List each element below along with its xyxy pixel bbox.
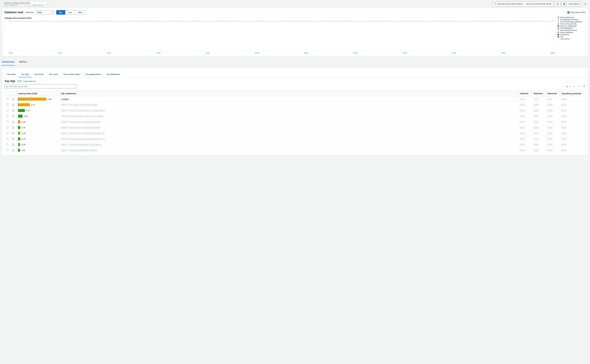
y-axis: 8642 (5, 20, 8, 54)
sql-statement[interactable]: SELECT statement text redacted placehold… (61, 121, 101, 123)
subtab-top-databases[interactable]: Top databases (104, 72, 123, 77)
legend-item[interactable]: LWLock:BufferContent (558, 29, 585, 31)
view-bar-button[interactable]: Bar (56, 10, 65, 14)
legend-item[interactable]: IO:DataFileRead (558, 27, 585, 29)
page-2[interactable]: 2 (570, 85, 571, 88)
legend-item[interactable]: IO:AuroraStorageLogAllocate (558, 21, 585, 23)
sql-statement[interactable]: INSERT statement text redacted placehold… (61, 126, 101, 129)
subtab-top-session-types[interactable]: Top session types (61, 72, 83, 77)
metric-value: 00.00 (520, 132, 525, 134)
sql-search-input[interactable] (5, 84, 77, 89)
legend-item[interactable]: Max vCPUs (558, 38, 585, 40)
subtab-top-hosts[interactable]: Top hosts (32, 72, 46, 77)
row-radio[interactable] (6, 115, 8, 117)
row-expand[interactable]: + (12, 104, 14, 106)
aas-bar-chart[interactable] (8, 20, 555, 51)
sql-search-field[interactable] (9, 85, 75, 88)
legend-label: Client:ClientRead (560, 32, 573, 33)
legend-item[interactable]: LWLock:WALInsert (558, 16, 585, 18)
col-rows[interactable]: Rows/sec (532, 91, 546, 96)
subtab-top-sql[interactable]: Top SQL (19, 72, 32, 77)
row-expand[interactable]: + (12, 115, 14, 117)
row-expand[interactable]: + (12, 144, 14, 146)
col-rowscall[interactable]: Rows/call (546, 91, 559, 96)
svg-point-5 (6, 86, 7, 87)
legend-swatch (558, 32, 559, 33)
x-axis: 15:0515:1015:1515:2015:2515:3015:3515:40… (8, 52, 555, 54)
row-expand[interactable]: + (12, 138, 14, 140)
legend-item[interactable]: IO:XactSync (558, 34, 585, 35)
legend-label: IO:AuroraStorageLogAllocate (560, 21, 582, 23)
sql-statement[interactable]: SELECT statement placeholder redacted (61, 149, 97, 151)
metric-value: 00.00 (547, 109, 552, 112)
sql-statement[interactable]: UPDATE statement text redacted placehold… (61, 138, 105, 140)
svg-line-6 (7, 87, 8, 87)
sql-statement[interactable]: SELECT statement placeholder long redact… (61, 143, 102, 146)
col-calls[interactable]: Calls/sec (518, 91, 532, 96)
metric-value: 00.00 (534, 104, 539, 106)
tab-dimensions[interactable]: Dimensions (2, 58, 15, 65)
slice-by-select[interactable]: Waits (36, 10, 54, 14)
row-radio[interactable] (6, 143, 8, 145)
tab-metrics[interactable]: Metrics (19, 58, 27, 65)
show-max-vcpu-checkbox[interactable]: Show max vCPU (567, 11, 585, 13)
row-radio[interactable] (6, 104, 8, 106)
row-radio[interactable] (6, 149, 8, 151)
toggle-icon (563, 3, 567, 5)
metric-value: 00.00 (520, 138, 525, 140)
learn-more-link[interactable]: Learn more (23, 80, 36, 82)
subtab-top-applications[interactable]: Top applications (83, 72, 104, 77)
row-radio[interactable] (6, 126, 8, 129)
page-next[interactable] (578, 85, 580, 88)
x-tick: 15:55 (501, 52, 505, 54)
row-radio[interactable] (6, 98, 8, 100)
col-load[interactable]: Load by waits (AAS) (16, 91, 59, 96)
row-expand[interactable]: + (12, 110, 14, 112)
sql-statement[interactable]: UPDATE table set column value where cond… (61, 115, 104, 117)
table-settings-button[interactable] (583, 85, 585, 88)
load-bar (18, 98, 46, 101)
time-range-picker[interactable]: 2024-03-15T15:00:00+00:00 — 2024-03-15T1… (492, 1, 553, 6)
legend-item[interactable]: Timeout:VacuumDelay (558, 23, 585, 25)
page-prev[interactable] (563, 85, 564, 88)
sql-statement[interactable]: COMMIT (61, 98, 69, 100)
subtab-top-users[interactable]: Top users (46, 72, 61, 77)
legend-item[interactable]: IPC:BgWorkerShutdown (558, 19, 585, 20)
row-radio[interactable] (6, 138, 8, 140)
metric-value: 00.00 (547, 149, 552, 151)
col-latency[interactable]: Avg latency (ms)/call (559, 91, 585, 96)
chart-legend: LWLock:WALInsertIPC:BgWorkerShutdownIO:A… (556, 16, 585, 54)
page-1[interactable]: 1 (566, 85, 568, 88)
page-3[interactable]: 3 (573, 85, 574, 88)
sql-statement[interactable]: INSERT INTO table VALUES placeholder (61, 104, 97, 106)
metric-value: 00.00 (520, 109, 525, 112)
sql-statement[interactable]: SELECT rows from table where id in place… (61, 109, 105, 112)
refresh-button[interactable] (555, 2, 560, 6)
row-expand[interactable]: + (12, 98, 14, 100)
load-bar (18, 137, 20, 140)
row-radio[interactable] (6, 132, 8, 134)
legend-item[interactable]: LWLock:LockManager (558, 25, 585, 27)
row-expand[interactable]: + (12, 149, 14, 151)
legend-item[interactable]: CPU (558, 36, 585, 38)
row-radio[interactable] (6, 121, 8, 123)
instance-selector[interactable]: instance-name-primary-db-1 Aurora Postgr… (2, 1, 49, 6)
table-row: +0.31UPDATE table set column value where… (5, 113, 585, 119)
col-sql[interactable]: SQL statements (59, 91, 518, 96)
database-load-panel: Database load Sliced by Waits Bar Line T… (2, 8, 588, 56)
table-row: +1.84COMMIT00.0000.0000.0000.00 (5, 96, 585, 102)
auto-refresh-toggle[interactable]: Auto refresh (562, 2, 581, 6)
subtab-top-waits[interactable]: Top waits (5, 72, 19, 77)
legend-item[interactable]: Client:ClientRead (558, 32, 585, 33)
settings-button[interactable] (582, 2, 588, 6)
legend-swatch (558, 30, 559, 31)
row-expand[interactable]: + (12, 127, 14, 129)
row-radio[interactable] (6, 109, 8, 111)
row-expand[interactable]: + (12, 132, 14, 134)
view-table-button[interactable]: Table (75, 10, 85, 14)
sql-statement[interactable]: SELECT statement text redacted placehold… (61, 132, 105, 134)
row-expand[interactable]: + (12, 121, 14, 123)
load-value: 1.84 (47, 98, 51, 100)
view-line-button[interactable]: Line (65, 10, 75, 14)
load-bar (18, 126, 20, 129)
